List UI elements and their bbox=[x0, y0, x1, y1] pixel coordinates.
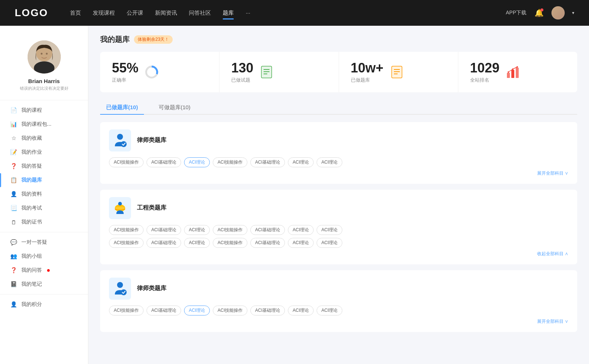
nav-open-class[interactable]: 公开课 bbox=[127, 8, 143, 18]
bank-card-1-name: 律师类题库 bbox=[137, 136, 166, 144]
sidebar-label-favorites: 我的收藏 bbox=[21, 135, 42, 142]
sidebar-item-favorites[interactable]: ☆ 我的收藏 bbox=[0, 131, 88, 145]
bank-card-2-tags-row2: ACI技能操作 ACI基础理论 ACI理论 ACI技能操作 ACI基础理论 AC… bbox=[109, 238, 568, 248]
cert-icon: 🗒 bbox=[10, 219, 17, 225]
tag-aci-theory-3[interactable]: ACI理论 bbox=[317, 157, 342, 167]
collapse-link-2[interactable]: 收起全部科目 ∧ bbox=[109, 251, 568, 257]
bank3-tag-4[interactable]: ACI技能操作 bbox=[213, 306, 247, 315]
nav-dropdown-arrow[interactable]: ▾ bbox=[572, 10, 574, 15]
logo[interactable]: LOGO bbox=[15, 7, 48, 19]
tag-aci-skill-2[interactable]: ACI技能操作 bbox=[213, 157, 247, 167]
nav-exam[interactable]: 题库 bbox=[223, 8, 234, 18]
nav-more[interactable]: ··· bbox=[246, 8, 250, 18]
bank3-tag-3[interactable]: ACI理论 bbox=[184, 306, 210, 315]
tabs-row: 已做题库(10) 可做题库(10) bbox=[100, 101, 577, 115]
tag-aci-basic-1[interactable]: ACI基础理论 bbox=[147, 157, 181, 167]
bank-card-1-icon bbox=[109, 129, 131, 151]
nav-discover[interactable]: 发现课程 bbox=[93, 8, 115, 18]
sidebar-label-one-on-one: 一对一答疑 bbox=[21, 239, 47, 246]
bank2-tag-12[interactable]: ACI基础理论 bbox=[250, 238, 285, 248]
sidebar-item-questions[interactable]: ❓ 我的答疑 bbox=[0, 159, 88, 173]
sidebar-label-exams: 我的考试 bbox=[21, 205, 42, 211]
bank2-tag-4[interactable]: ACI技能操作 bbox=[213, 225, 247, 235]
bank3-tag-5[interactable]: ACI基础理论 bbox=[250, 306, 285, 315]
stat-accuracy-label: 正确率 bbox=[112, 77, 138, 83]
sidebar-item-notes[interactable]: 📓 我的笔记 bbox=[0, 277, 88, 291]
svg-rect-19 bbox=[516, 68, 519, 78]
bank2-tag-9[interactable]: ACI基础理论 bbox=[147, 238, 181, 248]
bank-card-2: 工程类题库 ACI技能操作 ACI基础理论 ACI理论 ACI技能操作 ACI基… bbox=[100, 190, 577, 264]
svg-point-3 bbox=[40, 53, 42, 55]
profile-motto: 错误的决定比没有决定要好 bbox=[20, 86, 68, 91]
sidebar-menu: 📄 我的课程 📊 我的课程包... ☆ 我的收藏 📝 我的作业 ❓ 我的答疑 📋 bbox=[0, 103, 88, 311]
expand-link-1[interactable]: 展开全部科目 ∨ bbox=[109, 170, 568, 176]
bank-card-1-tags: ACI技能操作 ACI基础理论 ACI理论 ACI技能操作 ACI基础理论 AC… bbox=[109, 157, 568, 167]
notification-bell[interactable]: 🔔 bbox=[534, 8, 544, 18]
sidebar-label-questions: 我的答疑 bbox=[21, 163, 42, 169]
points-icon: 👤 bbox=[10, 301, 17, 308]
svg-point-21 bbox=[512, 68, 514, 70]
tag-aci-basic-2[interactable]: ACI基础理论 bbox=[250, 157, 285, 167]
stat-done-questions: 130 已做试题 bbox=[219, 52, 339, 92]
sidebar-item-exam-bank[interactable]: 📋 我的题库 bbox=[0, 173, 88, 187]
bank2-tag-6[interactable]: ACI理论 bbox=[288, 225, 314, 235]
user-avatar[interactable] bbox=[551, 6, 565, 19]
bank2-tag-13[interactable]: ACI理论 bbox=[288, 238, 314, 248]
bank2-tag-10[interactable]: ACI理论 bbox=[184, 238, 210, 248]
svg-rect-17 bbox=[507, 73, 510, 78]
done-banks-icon bbox=[389, 65, 404, 79]
bank-card-1: 律师类题库 ACI技能操作 ACI基础理论 ACI理论 ACI技能操作 ACI基… bbox=[100, 122, 577, 184]
tag-aci-theory-2[interactable]: ACI理论 bbox=[288, 157, 314, 167]
sidebar-item-course-pkg[interactable]: 📊 我的课程包... bbox=[0, 117, 88, 131]
bank3-tag-6[interactable]: ACI理论 bbox=[288, 306, 314, 315]
nav-home[interactable]: 首页 bbox=[70, 8, 81, 18]
profile-name: Brian Harris bbox=[28, 78, 60, 84]
expand-link-3[interactable]: 展开全部科目 ∨ bbox=[109, 318, 568, 325]
bank-card-3-icon bbox=[109, 278, 131, 300]
course-pkg-icon: 📊 bbox=[10, 121, 17, 128]
tab-available[interactable]: 可做题库(10) bbox=[153, 101, 197, 114]
sidebar-item-profile[interactable]: 👤 我的资料 bbox=[0, 187, 88, 201]
sidebar-item-points[interactable]: 👤 我的积分 bbox=[0, 297, 88, 311]
sidebar-item-one-on-one[interactable]: 💬 一对一答疑 bbox=[0, 235, 88, 249]
bank-card-2-header: 工程类题库 bbox=[109, 197, 568, 219]
tag-aci-skill-1[interactable]: ACI技能操作 bbox=[109, 157, 144, 167]
bank-card-3-name: 律师类题库 bbox=[137, 285, 166, 292]
bank2-tag-2[interactable]: ACI基础理论 bbox=[147, 225, 181, 235]
bank2-tag-14[interactable]: ACI理论 bbox=[317, 238, 342, 248]
bank3-tag-2[interactable]: ACI基础理论 bbox=[147, 306, 181, 315]
sidebar-profile: Brian Harris 错误的决定比没有决定要好 bbox=[0, 33, 88, 97]
bank2-tag-7[interactable]: ACI理论 bbox=[317, 225, 342, 235]
sidebar-item-my-qa[interactable]: ❓ 我的问答 bbox=[0, 263, 88, 277]
bank2-tag-5[interactable]: ACI基础理论 bbox=[250, 225, 285, 235]
nav-news[interactable]: 新闻资讯 bbox=[155, 8, 177, 18]
nav-qa[interactable]: 问答社区 bbox=[189, 8, 211, 18]
my-qa-icon: ❓ bbox=[10, 267, 17, 274]
bank3-tag-7[interactable]: ACI理论 bbox=[317, 306, 342, 315]
sidebar-label-cert: 我的证书 bbox=[21, 219, 42, 225]
stat-rank-main: 1029 全站排名 bbox=[470, 61, 500, 83]
app-download-link[interactable]: APP下载 bbox=[506, 10, 526, 16]
tag-aci-theory-1[interactable]: ACI理论 bbox=[184, 157, 210, 167]
sidebar-item-homework[interactable]: 📝 我的作业 bbox=[0, 145, 88, 159]
bank2-tag-1[interactable]: ACI技能操作 bbox=[109, 225, 144, 235]
sidebar-item-groups[interactable]: 👥 我的小组 bbox=[0, 249, 88, 263]
sidebar-item-cert[interactable]: 🗒 我的证书 bbox=[0, 215, 88, 229]
bank3-tag-1[interactable]: ACI技能操作 bbox=[109, 306, 144, 315]
bank2-tag-11[interactable]: ACI技能操作 bbox=[213, 238, 247, 248]
svg-point-20 bbox=[508, 71, 509, 73]
svg-point-27 bbox=[115, 207, 125, 210]
one-on-one-icon: 💬 bbox=[10, 239, 17, 246]
svg-rect-18 bbox=[511, 70, 514, 78]
sidebar-item-courses[interactable]: 📄 我的课程 bbox=[0, 103, 88, 117]
svg-point-22 bbox=[516, 66, 518, 68]
bank2-tag-8[interactable]: ACI技能操作 bbox=[109, 238, 144, 248]
courses-icon: 📄 bbox=[10, 107, 17, 114]
stat-accuracy: 55% 正确率 bbox=[100, 52, 219, 92]
sidebar-item-exams[interactable]: 📃 我的考试 bbox=[0, 201, 88, 215]
bank2-tag-3[interactable]: ACI理论 bbox=[184, 225, 210, 235]
tab-done[interactable]: 已做题库(10) bbox=[100, 101, 144, 114]
svg-point-29 bbox=[117, 282, 123, 288]
bank-card-2-name: 工程类题库 bbox=[137, 204, 166, 212]
stat-done-questions-main: 130 已做试题 bbox=[231, 61, 253, 83]
